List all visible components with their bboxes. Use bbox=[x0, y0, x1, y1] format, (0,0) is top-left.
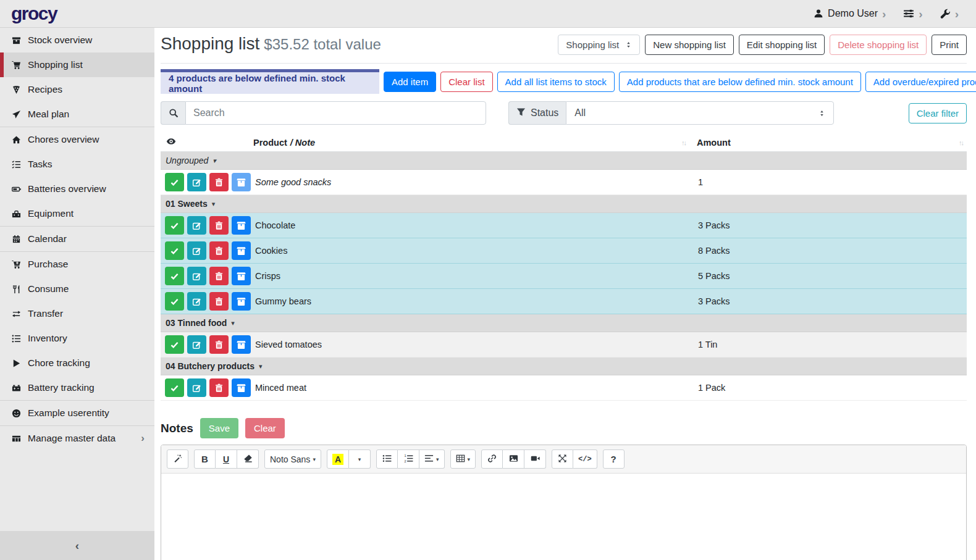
user-menu[interactable]: Demo User › bbox=[814, 8, 886, 20]
min-stock-alert[interactable]: 4 products are below defined min. stock … bbox=[161, 69, 379, 94]
sidebar-item-transfer[interactable]: Transfer bbox=[0, 301, 154, 326]
edit-item-button[interactable] bbox=[187, 378, 206, 397]
sidebar-item-equipment[interactable]: Equipment bbox=[0, 201, 154, 226]
text-color-more-button[interactable]: ▾ bbox=[349, 449, 371, 469]
delete-item-button[interactable] bbox=[209, 173, 229, 191]
delete-item-button[interactable] bbox=[209, 267, 229, 285]
sort-icon[interactable]: ↑↓ bbox=[959, 139, 963, 146]
mark-done-button[interactable] bbox=[165, 241, 184, 260]
help-button[interactable]: ? bbox=[603, 449, 625, 469]
sidebar-item-inventory[interactable]: Inventory bbox=[0, 326, 154, 351]
delete-item-button[interactable] bbox=[209, 292, 229, 311]
print-button[interactable]: Print bbox=[932, 35, 967, 55]
product-group-header[interactable]: 04 Butchery products▾ bbox=[161, 357, 967, 375]
clear-notes-button[interactable]: Clear bbox=[245, 418, 285, 438]
sidebar-item-manage-master-data[interactable]: Manage master data› bbox=[0, 426, 154, 451]
clear-filter-button[interactable]: Clear filter bbox=[909, 103, 967, 123]
sidebar-item-chores-overview[interactable]: Chores overview bbox=[0, 127, 154, 152]
box-icon bbox=[237, 340, 246, 349]
add-all-to-stock-button[interactable]: Add all list items to stock bbox=[497, 72, 615, 92]
edit-item-button[interactable] bbox=[187, 241, 206, 260]
paragraph-align-button[interactable]: ▾ bbox=[419, 449, 445, 469]
insert-link-button[interactable] bbox=[481, 449, 503, 469]
edit-item-button[interactable] bbox=[187, 292, 206, 311]
delete-shopping-list-button[interactable]: Delete shopping list bbox=[830, 35, 927, 55]
delete-item-button[interactable] bbox=[209, 378, 229, 397]
mark-done-button[interactable] bbox=[165, 267, 184, 285]
settings-menu[interactable]: › bbox=[903, 8, 922, 20]
mark-done-button[interactable] bbox=[165, 378, 184, 397]
unordered-list-button[interactable] bbox=[376, 449, 398, 469]
sidebar-item-shopping-list[interactable]: Shopping list bbox=[0, 52, 154, 77]
insert-picture-button[interactable] bbox=[503, 449, 524, 469]
edit-item-button[interactable] bbox=[187, 267, 206, 285]
sidebar-item-stock-overview[interactable]: Stock overview bbox=[0, 28, 154, 52]
sidebar-item-meal-plan[interactable]: Meal plan bbox=[0, 102, 154, 127]
add-to-stock-button[interactable] bbox=[232, 292, 251, 311]
font-family-button[interactable]: Noto Sans▾ bbox=[264, 449, 321, 469]
add-to-stock-button[interactable] bbox=[232, 267, 251, 285]
edit-shopping-list-button[interactable]: Edit shopping list bbox=[739, 35, 825, 55]
sidebar-item-recipes[interactable]: Recipes bbox=[0, 77, 154, 102]
text-color-button[interactable]: A bbox=[327, 449, 349, 469]
shopping-list-select[interactable]: Shopping list bbox=[558, 35, 640, 55]
add-to-stock-button[interactable] bbox=[232, 378, 251, 397]
admin-menu[interactable]: › bbox=[940, 8, 959, 20]
sidebar-item-tasks[interactable]: Tasks bbox=[0, 152, 154, 177]
insert-video-button[interactable] bbox=[524, 449, 546, 469]
bold-button[interactable]: B bbox=[194, 449, 216, 469]
car-battery-icon bbox=[11, 383, 22, 393]
status-select[interactable]: All bbox=[566, 101, 834, 125]
column-header-amount[interactable]: Amount ↑↓ bbox=[697, 138, 967, 148]
save-notes-button[interactable]: Save bbox=[200, 418, 238, 438]
app-logo[interactable]: grocy bbox=[0, 3, 154, 24]
sidebar-collapse-button[interactable]: ‹ bbox=[0, 531, 154, 560]
clear-list-button[interactable]: Clear list bbox=[440, 72, 492, 92]
fullscreen-button[interactable] bbox=[552, 449, 573, 469]
box-icon bbox=[237, 178, 246, 187]
sidebar-item-label: Transfer bbox=[28, 308, 63, 319]
delete-item-button[interactable] bbox=[209, 335, 229, 354]
toolbox-icon bbox=[11, 209, 22, 219]
add-item-button[interactable]: Add item bbox=[384, 72, 436, 92]
code-view-button[interactable]: </> bbox=[573, 449, 597, 469]
add-overdue-button[interactable]: Add overdue/expired products bbox=[865, 72, 976, 92]
underline-button[interactable]: U bbox=[216, 449, 237, 469]
add-to-stock-button[interactable] bbox=[232, 173, 251, 191]
sidebar-item-calendar[interactable]: Calendar bbox=[0, 227, 154, 251]
mark-done-button[interactable] bbox=[165, 335, 184, 354]
notes-editor-body[interactable] bbox=[161, 474, 966, 560]
add-to-stock-button[interactable] bbox=[232, 241, 251, 260]
add-to-stock-button[interactable] bbox=[232, 216, 251, 235]
sidebar-item-purchase[interactable]: Purchase bbox=[0, 252, 154, 277]
edit-item-button[interactable] bbox=[187, 173, 206, 191]
product-group-header[interactable]: Ungrouped▾ bbox=[161, 152, 967, 170]
mark-done-button[interactable] bbox=[165, 292, 184, 311]
product-group-header[interactable]: 03 Tinned food▾ bbox=[161, 314, 967, 332]
search-input[interactable] bbox=[185, 101, 486, 125]
insert-table-button[interactable]: ▾ bbox=[450, 449, 476, 469]
new-shopping-list-button[interactable]: New shopping list bbox=[645, 35, 734, 55]
sidebar-item-chore-tracking[interactable]: Chore tracking bbox=[0, 351, 154, 375]
add-to-stock-button[interactable] bbox=[232, 335, 251, 354]
page-title-text: Shopping list bbox=[161, 34, 259, 53]
eye-icon[interactable] bbox=[166, 136, 176, 148]
sidebar-item-batteries-overview[interactable]: Batteries overview bbox=[0, 177, 154, 201]
magic-style-button[interactable] bbox=[167, 449, 188, 469]
ordered-list-button[interactable]: 12 bbox=[398, 449, 419, 469]
delete-item-button[interactable] bbox=[209, 241, 229, 260]
edit-item-button[interactable] bbox=[187, 216, 206, 235]
mark-done-button[interactable] bbox=[165, 173, 184, 191]
add-below-min-button[interactable]: Add products that are below defined min.… bbox=[619, 72, 861, 92]
delete-item-button[interactable] bbox=[209, 216, 229, 235]
caret-down-icon: ▾ bbox=[436, 456, 439, 462]
sort-icon[interactable]: ↑↓ bbox=[681, 139, 686, 146]
sidebar-item-battery-tracking[interactable]: Battery tracking bbox=[0, 375, 154, 400]
product-group-header[interactable]: 01 Sweets▾ bbox=[161, 195, 967, 213]
sidebar-item-consume[interactable]: Consume bbox=[0, 277, 154, 301]
mark-done-button[interactable] bbox=[165, 216, 184, 235]
column-header-product[interactable]: Product / Note ↑↓ bbox=[253, 138, 697, 148]
sidebar-item-example-userentity[interactable]: Example userentity bbox=[0, 401, 154, 425]
clear-formatting-button[interactable] bbox=[237, 449, 259, 469]
edit-item-button[interactable] bbox=[187, 335, 206, 354]
